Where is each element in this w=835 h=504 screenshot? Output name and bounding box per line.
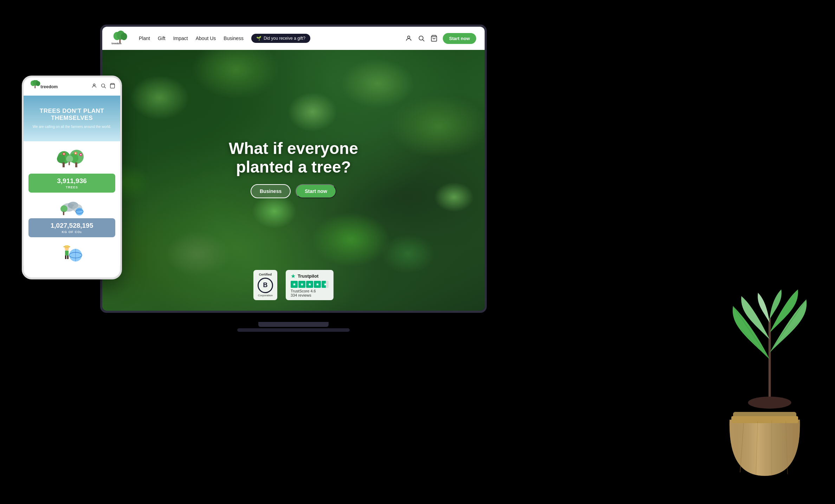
svg-point-14 <box>93 84 95 86</box>
phone-nav-icons <box>91 83 115 90</box>
scene: treedom Plant Gift Impact About Us Busin… <box>0 0 835 504</box>
hero-title: What if everyone planted a tree? <box>209 139 378 176</box>
desktop-navbar: treedom Plant Gift Impact About Us Busin… <box>102 27 485 50</box>
trees-count: 3,911,936 <box>33 177 110 185</box>
laptop-frame: treedom Plant Gift Impact About Us Busin… <box>100 25 487 313</box>
svg-point-2 <box>121 33 127 40</box>
phone-content: treedom <box>24 77 120 278</box>
svg-line-16 <box>104 87 106 88</box>
svg-rect-47 <box>67 256 69 259</box>
svg-point-6 <box>419 36 423 40</box>
hero-section: What if everyone planted a tree? Busines… <box>209 139 378 198</box>
trustpilot-icon: ★ <box>291 273 296 279</box>
trustpilot-name: Trustpilot <box>298 273 318 279</box>
svg-point-35 <box>60 205 67 212</box>
hero-start-button[interactable]: Start now <box>296 184 336 198</box>
nav-about-us[interactable]: About Us <box>196 35 216 41</box>
laptop-screen: treedom Plant Gift Impact About Us Busin… <box>102 27 485 311</box>
laptop-stand <box>258 322 329 327</box>
star-3: ★ <box>306 281 313 288</box>
b-corp-corporation: Corporation <box>258 294 273 297</box>
phone-stats: 3,911,936 TREES <box>24 141 120 266</box>
star-2: ★ <box>298 281 305 288</box>
hero-buttons: Business Start now <box>209 184 378 198</box>
svg-rect-12 <box>34 86 35 88</box>
co2-stat-block: 1,027,528,195 KG OF CO₂ <box>28 218 115 237</box>
gift-icon: 🌱 <box>256 36 261 41</box>
svg-point-37 <box>76 208 83 215</box>
nav-plant[interactable]: Plant <box>139 35 150 41</box>
svg-point-29 <box>75 153 76 154</box>
co2-count: 1,027,528,195 <box>33 222 110 230</box>
b-corp-logo: B <box>258 278 273 293</box>
star-1: ★ <box>291 281 298 288</box>
co2-label: KG OF CO₂ <box>33 230 110 234</box>
svg-text:treedom: treedom <box>112 42 122 45</box>
trust-badges: Certified B Corporation ★ Trustpilot ★ ★ <box>253 270 334 300</box>
b-corp-certified: Certified <box>259 273 272 276</box>
desktop-start-button[interactable]: Start now <box>443 33 476 44</box>
nav-gift[interactable]: Gift <box>158 35 166 41</box>
star-5: ★ <box>322 281 329 288</box>
desktop-logo[interactable]: treedom <box>111 29 129 47</box>
svg-text:treedom: treedom <box>40 84 58 89</box>
svg-point-27 <box>63 153 65 155</box>
star-4: ★ <box>314 281 321 288</box>
nav-impact[interactable]: Impact <box>173 35 188 41</box>
svg-rect-44 <box>65 245 69 247</box>
phone-cart-icon[interactable] <box>110 83 115 90</box>
desktop-nav-links: Plant Gift Impact About Us Business 🌱 Di… <box>139 34 395 43</box>
svg-point-31 <box>80 154 82 155</box>
treedom-logo-icon: treedom <box>111 29 129 47</box>
farmer-illustration <box>28 239 115 262</box>
phone-device: treedom <box>22 76 122 279</box>
trustpilot-reviews: 334 reviews <box>291 293 329 297</box>
phone-navbar: treedom <box>24 77 120 96</box>
trees-label: TREES <box>33 186 110 189</box>
nav-right-section: Start now <box>405 33 476 44</box>
user-icon[interactable] <box>405 34 413 42</box>
phone-search-icon[interactable] <box>101 83 106 90</box>
svg-rect-45 <box>65 251 69 256</box>
phone-hero-subtitle: We are calling on all the farmers around… <box>33 124 111 129</box>
svg-point-5 <box>407 36 410 38</box>
phone-hero-title: TREES DON'T PLANTTHEMSELVES <box>40 108 104 122</box>
gift-button[interactable]: 🌱 Did you receive a gift? <box>251 34 310 43</box>
svg-rect-46 <box>65 256 66 259</box>
svg-rect-25 <box>69 162 70 165</box>
search-icon[interactable] <box>418 34 425 42</box>
phone-logo[interactable]: treedom <box>28 80 60 93</box>
tree-illustration <box>28 145 115 174</box>
svg-point-11 <box>36 81 40 86</box>
svg-point-24 <box>66 155 73 162</box>
plant-bag <box>723 399 807 476</box>
svg-rect-36 <box>63 212 64 215</box>
b-corp-badge: Certified B Corporation <box>253 270 277 300</box>
cart-icon[interactable] <box>430 34 438 42</box>
laptop-base <box>237 328 350 332</box>
svg-line-7 <box>423 40 425 41</box>
trees-stat-block: 3,911,936 TREES <box>28 174 115 193</box>
plant-leaves <box>720 286 819 413</box>
svg-point-19 <box>57 155 65 163</box>
trustpilot-stars: ★ ★ ★ ★ ★ <box>291 281 329 288</box>
business-button[interactable]: Business <box>251 184 291 198</box>
trustpilot-badge: ★ Trustpilot ★ ★ ★ ★ ★ TrustScore 4.6 33… <box>286 270 334 300</box>
phone-user-icon[interactable] <box>91 83 97 90</box>
laptop-device: treedom Plant Gift Impact About Us Busin… <box>100 25 487 313</box>
svg-rect-55 <box>731 416 798 423</box>
gift-button-label: Did you receive a gift? <box>264 36 305 41</box>
plant-decoration <box>708 286 821 476</box>
phone-hero: TREES DON'T PLANTTHEMSELVES We are calli… <box>24 96 120 141</box>
svg-rect-23 <box>75 162 77 167</box>
nav-business[interactable]: Business <box>224 35 244 41</box>
co2-illustration <box>28 195 115 218</box>
svg-rect-20 <box>63 162 65 167</box>
trustpilot-score: TrustScore 4.6 <box>291 289 329 293</box>
phone-frame: treedom <box>22 76 122 279</box>
svg-point-15 <box>102 84 105 87</box>
